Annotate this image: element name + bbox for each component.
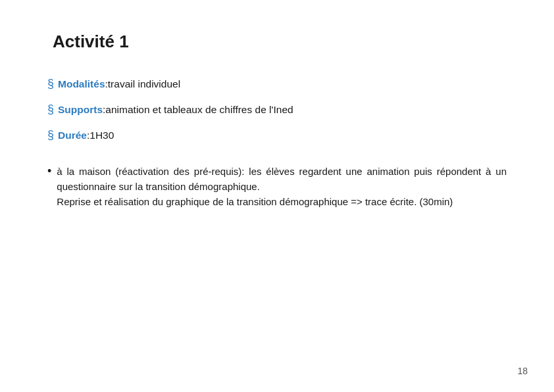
bullet-list: § Modalités : travail individuel § Suppo… bbox=[47, 76, 507, 144]
bullet-text-modalites: travail individuel bbox=[108, 77, 180, 91]
bullet-label-modalites: Modalités bbox=[58, 77, 105, 91]
bullet-item-modalites: § Modalités : travail individuel bbox=[47, 76, 507, 92]
bullet-item-supports: § Supports : animation et tableaux de ch… bbox=[47, 101, 507, 118]
bullet-text-supports: animation et tableaux de chiffres de l'I… bbox=[105, 103, 293, 117]
bullet-label-supports: Supports bbox=[58, 103, 103, 117]
page-title: Activité 1 bbox=[53, 32, 507, 52]
bullet-marker-duree: § bbox=[47, 127, 54, 143]
page-number: 18 bbox=[517, 366, 528, 376]
slide-page: Activité 1 § Modalités : travail individ… bbox=[0, 0, 554, 392]
bullet-text-duree: 1H30 bbox=[89, 128, 114, 143]
paragraph-text: à la maison (réactivation des pré-requis… bbox=[57, 164, 507, 210]
bullet-marker-supports: § bbox=[47, 101, 54, 118]
main-paragraph: • à la maison (réactivation des pré-requ… bbox=[47, 162, 507, 210]
bullet-item-duree: § Durée : 1H30 bbox=[47, 127, 507, 143]
bullet-label-duree: Durée bbox=[58, 128, 87, 143]
bullet-marker-modalites: § bbox=[47, 76, 54, 92]
paragraph-bullet: • bbox=[47, 162, 51, 181]
